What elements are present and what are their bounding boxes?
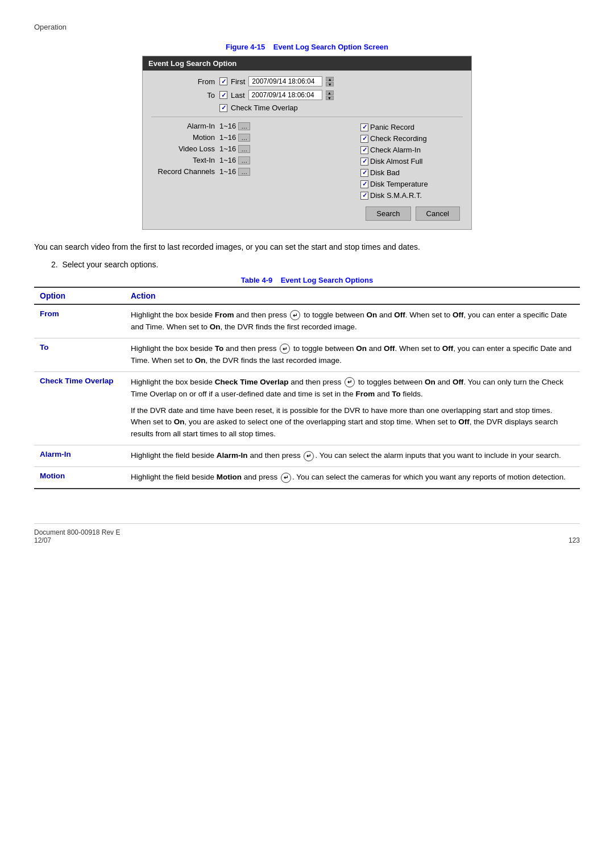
to-spin-up[interactable]: ▲: [326, 90, 334, 95]
to-spin-down[interactable]: ▼: [326, 96, 334, 100]
table-row: Alarm-In Highlight the field beside Alar…: [34, 445, 580, 467]
check-time-overlap-checkbox[interactable]: [219, 104, 227, 112]
right-checks-list: Panic Record Check Recording Check Alarm…: [360, 122, 463, 200]
disk-bad-check[interactable]: Disk Bad: [360, 168, 463, 177]
from-spin-up[interactable]: ▲: [326, 77, 334, 81]
to-date[interactable]: 2007/09/14 18:06:04: [248, 90, 322, 100]
disk-almost-full-check[interactable]: Disk Almost Full: [360, 157, 463, 166]
footer-right: 123: [569, 536, 580, 544]
check-alarm-in-checkbox[interactable]: [360, 146, 368, 154]
panic-record-check[interactable]: Panic Record: [360, 123, 463, 131]
check-time-overlap-value: Check Time Overlap: [219, 104, 298, 112]
alarm-in-label: Alarm-In: [151, 122, 219, 130]
page-header: Operation: [34, 23, 580, 31]
from-row: From First 2007/09/14 18:06:04 ▲ ▼: [151, 76, 463, 86]
panic-record-checkbox[interactable]: [360, 123, 368, 131]
check-recording-label: Check Recording: [370, 134, 427, 143]
to-row: To Last 2007/09/14 18:06:04 ▲ ▼: [151, 90, 463, 100]
screen-content: From First 2007/09/14 18:06:04 ▲ ▼ To La…: [143, 71, 471, 229]
table-row: To Highlight the box beside To and then …: [34, 338, 580, 371]
body-text: You can search video from the first to l…: [34, 241, 523, 253]
option-check-time-overlap: Check Time Overlap: [34, 371, 125, 445]
video-loss-range: 1~16: [219, 144, 236, 153]
action-from: Highlight the box beside From and then p…: [125, 304, 580, 338]
check-recording-checkbox[interactable]: [360, 135, 368, 143]
screen-title-bar: Event Log Search Option: [143, 56, 471, 71]
divider: [151, 117, 463, 117]
record-channels-value: 1~16 …: [219, 167, 250, 176]
from-value: First 2007/09/14 18:06:04 ▲ ▼: [219, 76, 334, 86]
text-in-btn[interactable]: …: [238, 156, 250, 164]
table-title: Table 4-9 Event Log Search Options: [34, 276, 580, 284]
disk-smart-checkbox[interactable]: [360, 192, 368, 200]
to-spin[interactable]: ▲ ▼: [326, 90, 334, 100]
table-header-row: Option Action: [34, 287, 580, 304]
enter-icon: ↵: [281, 473, 291, 483]
motion-value: 1~16 …: [219, 133, 250, 142]
motion-row: Motion 1~16 …: [151, 133, 355, 142]
disk-temperature-checkbox[interactable]: [360, 180, 368, 188]
col-action-header: Action: [125, 287, 580, 304]
record-channels-range: 1~16: [219, 167, 236, 176]
action-check-time-overlap: Highlight the box beside Check Time Over…: [125, 371, 580, 445]
alarm-in-row: Alarm-In 1~16 …: [151, 122, 355, 130]
step2-text: Select your search options.: [62, 260, 158, 269]
disk-almost-full-label: Disk Almost Full: [370, 157, 422, 166]
record-channels-row: Record Channels 1~16 …: [151, 167, 355, 176]
figure-title: Figure 4-15 Event Log Search Option Scre…: [34, 43, 580, 51]
check-time-overlap-row: Check Time Overlap: [151, 104, 463, 112]
panic-record-label: Panic Record: [370, 123, 414, 131]
action-alarm-in: Highlight the field beside Alarm-In and …: [125, 445, 580, 467]
option-to: To: [34, 338, 125, 371]
text-in-row: Text-In 1~16 …: [151, 156, 355, 164]
record-channels-label: Record Channels: [151, 167, 219, 176]
motion-range: 1~16: [219, 133, 236, 142]
event-log-screen: Event Log Search Option From First 2007/…: [142, 56, 472, 230]
disk-bad-checkbox[interactable]: [360, 169, 368, 177]
video-loss-value: 1~16 …: [219, 144, 250, 153]
motion-btn[interactable]: …: [238, 134, 250, 142]
disk-bad-label: Disk Bad: [370, 168, 400, 177]
from-date[interactable]: 2007/09/14 18:06:04: [248, 76, 322, 86]
footer-left: Document 800-00918 Rev E 12/07: [34, 528, 120, 544]
cancel-button[interactable]: Cancel: [416, 206, 460, 221]
action-to: Highlight the box beside To and then pre…: [125, 338, 580, 371]
screen-title: Event Log Search Option: [148, 59, 237, 68]
text-in-value: 1~16 …: [219, 156, 250, 164]
screen-buttons: Search Cancel: [151, 206, 463, 221]
alarm-in-range: 1~16: [219, 122, 236, 130]
enter-icon: ↵: [304, 451, 314, 461]
disk-smart-check[interactable]: Disk S.M.A.R.T.: [360, 191, 463, 200]
search-button[interactable]: Search: [366, 206, 410, 221]
check-alarm-in-check[interactable]: Check Alarm-In: [360, 146, 463, 154]
check-recording-check[interactable]: Check Recording: [360, 134, 463, 143]
option-alarm-in: Alarm-In: [34, 445, 125, 467]
check-time-overlap-label: Check Time Overlap: [231, 104, 298, 112]
from-spin[interactable]: ▲ ▼: [326, 77, 334, 86]
action-motion: Highlight the field beside Motion and pr…: [125, 467, 580, 489]
from-label: From: [151, 77, 219, 86]
disk-temperature-check[interactable]: Disk Temperature: [360, 180, 463, 188]
disk-almost-full-checkbox[interactable]: [360, 158, 368, 166]
step2: 2. Select your search options.: [51, 260, 580, 269]
check-alarm-in-label: Check Alarm-In: [370, 146, 421, 154]
record-channels-btn[interactable]: …: [238, 168, 250, 176]
from-checkbox[interactable]: [219, 77, 227, 85]
enter-icon: ↵: [280, 344, 290, 354]
from-spin-down[interactable]: ▼: [326, 82, 334, 86]
channel-rows: Alarm-In 1~16 … Motion 1~16 … Video Loss: [151, 122, 355, 200]
option-from: From: [34, 304, 125, 338]
to-last-label: Last: [231, 91, 245, 100]
table-row: From Highlight the box beside From and t…: [34, 304, 580, 338]
video-loss-row: Video Loss 1~16 …: [151, 144, 355, 153]
col-option-header: Option: [34, 287, 125, 304]
enter-icon: ↵: [345, 377, 355, 387]
table-row: Motion Highlight the field beside Motion…: [34, 467, 580, 489]
table-row: Check Time Overlap Highlight the box bes…: [34, 371, 580, 445]
to-checkbox[interactable]: [219, 91, 227, 99]
right-checks-panel: Panic Record Check Recording Check Alarm…: [360, 122, 463, 200]
options-table: Option Action From Highlight the box bes…: [34, 287, 580, 489]
video-loss-btn[interactable]: …: [238, 145, 250, 153]
alarm-in-btn[interactable]: …: [238, 122, 250, 130]
alarm-in-value: 1~16 …: [219, 122, 250, 130]
